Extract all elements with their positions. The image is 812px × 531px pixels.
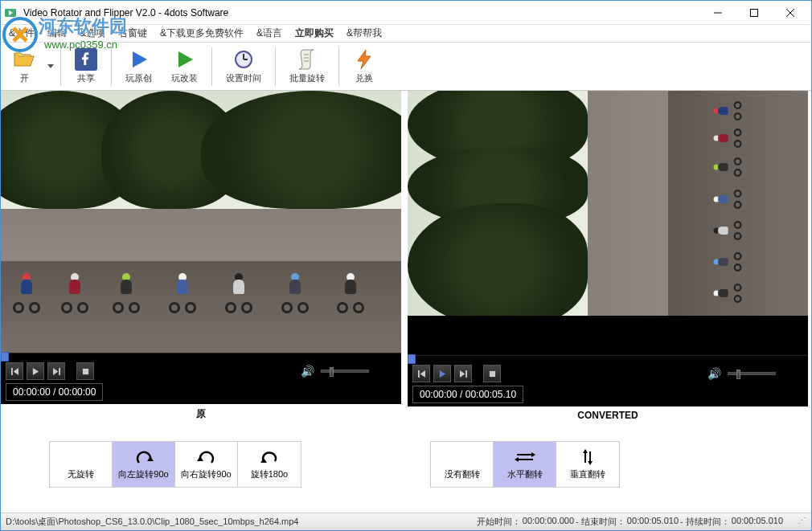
- play-blue-icon: [128, 48, 150, 71]
- rotate-right-icon: [197, 449, 216, 465]
- svg-marker-7: [47, 64, 54, 68]
- svg-marker-38: [583, 449, 588, 453]
- svg-marker-25: [420, 370, 424, 378]
- rotate-180-label: 旋转180o: [251, 468, 288, 480]
- end-time-label: - 结束时间：: [576, 516, 625, 528]
- title-bar: Video Rotator and Flipper V2.0 - 4dots S…: [1, 1, 811, 25]
- close-button[interactable]: [772, 2, 808, 24]
- flip-none-button[interactable]: 没有翻转: [431, 442, 494, 487]
- end-time-value: 00:00:05.010: [627, 516, 679, 528]
- rotate-right-90-label: 向右旋转90o: [181, 468, 231, 480]
- flip-horizontal-label: 水平翻转: [507, 468, 543, 480]
- flip-vertical-label: 垂直翻转: [570, 468, 605, 480]
- play-modified-button[interactable]: 玩改装: [162, 45, 207, 88]
- rotate-right-90-button[interactable]: 向右旋转90o: [175, 442, 238, 487]
- svg-rect-24: [418, 370, 420, 378]
- volume-icon: 🔊: [301, 365, 314, 378]
- menu-file[interactable]: &文件: [2, 25, 41, 42]
- convert-label: 兑换: [355, 72, 373, 84]
- menu-edit[interactable]: 编辑: [41, 25, 73, 42]
- original-video[interactable]: [1, 91, 401, 353]
- original-player-controls: 🔊 00:00:00 / 00:00:00: [1, 359, 401, 404]
- converted-player-controls: 🔊 00:00:00 / 00:00:05.10: [408, 361, 808, 406]
- facebook-icon: [75, 48, 97, 71]
- rotate-none-button[interactable]: 无旋转: [50, 442, 113, 487]
- original-time-display: 00:00:00 / 00:00:00: [6, 383, 103, 401]
- batch-rotate-button[interactable]: 批量旋转: [281, 45, 334, 88]
- menu-language[interactable]: &语言: [250, 25, 289, 42]
- share-button[interactable]: 共享: [66, 45, 106, 88]
- options-area: 无旋转 向左旋转90o 向右旋转90o 旋转180o 没有翻转 水平翻转 垂直翻…: [1, 424, 811, 513]
- menu-bar: &文件 编辑 &选项 右窗键 &下载更多免费软件 &语言 立即购买 &帮帮我: [1, 25, 811, 43]
- svg-marker-28: [460, 370, 465, 378]
- volume-slider[interactable]: [321, 370, 369, 373]
- converted-video[interactable]: [408, 91, 808, 355]
- stop-button[interactable]: [76, 362, 94, 380]
- original-label: 原: [1, 404, 401, 424]
- original-seek-bar[interactable]: [1, 353, 401, 359]
- set-time-button[interactable]: 设置时间: [217, 45, 270, 88]
- lightning-icon: [353, 48, 375, 71]
- play-original-label: 玩原创: [125, 72, 152, 84]
- svg-marker-26: [439, 370, 445, 378]
- svg-marker-22: [53, 368, 58, 375]
- play-original-button[interactable]: 玩原创: [117, 45, 161, 88]
- original-preview-panel: 🔊 00:00:00 / 00:00:00 原: [1, 91, 401, 424]
- menu-download[interactable]: &下载更多免费软件: [154, 25, 250, 42]
- svg-rect-23: [82, 368, 88, 374]
- next-button[interactable]: [454, 365, 472, 382]
- menu-options[interactable]: &选项: [73, 25, 112, 42]
- maximize-button[interactable]: [736, 2, 772, 24]
- flip-horizontal-icon: [515, 449, 535, 465]
- svg-rect-4: [750, 9, 757, 16]
- svg-marker-20: [32, 368, 38, 375]
- folder-open-icon: [13, 48, 35, 71]
- converted-time-display: 00:00:00 / 00:00:05.10: [412, 386, 523, 403]
- convert-button[interactable]: 兑换: [344, 45, 384, 88]
- volume-slider[interactable]: [728, 372, 776, 375]
- open-button[interactable]: 开: [4, 45, 44, 88]
- stop-button[interactable]: [483, 365, 501, 382]
- svg-marker-32: [260, 458, 267, 463]
- prev-button[interactable]: [412, 365, 430, 382]
- open-dropdown[interactable]: [46, 45, 55, 88]
- menu-buy-now[interactable]: 立即购买: [289, 25, 340, 42]
- svg-marker-9: [133, 51, 147, 67]
- menu-right-key[interactable]: 右窗键: [112, 25, 154, 42]
- flip-vertical-button[interactable]: 垂直翻转: [556, 442, 619, 487]
- batch-rotate-label: 批量旋转: [289, 72, 325, 84]
- rotate-left-90-button[interactable]: 向左旋转90o: [113, 442, 175, 487]
- play-button[interactable]: [27, 362, 44, 380]
- svg-marker-36: [515, 457, 519, 462]
- flip-none-label: 没有翻转: [445, 468, 480, 480]
- next-button[interactable]: [47, 362, 65, 380]
- svg-marker-17: [358, 50, 371, 69]
- flip-horizontal-button[interactable]: 水平翻转: [494, 442, 556, 487]
- resize-grip-icon[interactable]: ⋰: [798, 516, 806, 528]
- window-title: Video Rotator and Flipper V2.0 - 4dots S…: [23, 7, 699, 18]
- menu-help[interactable]: &帮帮我: [340, 25, 388, 42]
- play-green-icon: [174, 48, 196, 71]
- prev-button[interactable]: [6, 362, 23, 380]
- start-time-label: 开始时间：: [477, 516, 521, 528]
- svg-marker-10: [178, 51, 193, 67]
- play-button[interactable]: [433, 365, 451, 382]
- svg-rect-29: [489, 370, 494, 376]
- converted-seek-bar[interactable]: [408, 355, 808, 361]
- rotate-180-button[interactable]: 旋转180o: [238, 442, 301, 487]
- set-time-label: 设置时间: [226, 72, 261, 84]
- minimize-button[interactable]: [699, 2, 736, 24]
- converted-label: CONVERTED: [408, 406, 808, 424]
- scroll-icon: [296, 48, 318, 71]
- svg-marker-19: [13, 368, 18, 375]
- share-label: 共享: [77, 72, 95, 84]
- converted-preview-panel: 🔊 00:00:00 / 00:00:05.10 CONVERTED: [408, 91, 808, 424]
- preview-area: 🔊 00:00:00 / 00:00:00 原: [1, 91, 811, 424]
- duration-label: - 持续时间：: [680, 516, 730, 528]
- svg-marker-30: [147, 456, 154, 461]
- rotate-left-90-label: 向左旋转90o: [118, 468, 168, 480]
- svg-marker-40: [588, 461, 593, 465]
- toolbar: 开 共享 玩原创 玩改装 设置时间 批量旋转 兑换: [1, 43, 811, 91]
- rotate-option-group: 无旋转 向左旋转90o 向右旋转90o 旋转180o: [49, 441, 301, 488]
- flip-vertical-icon: [581, 449, 594, 465]
